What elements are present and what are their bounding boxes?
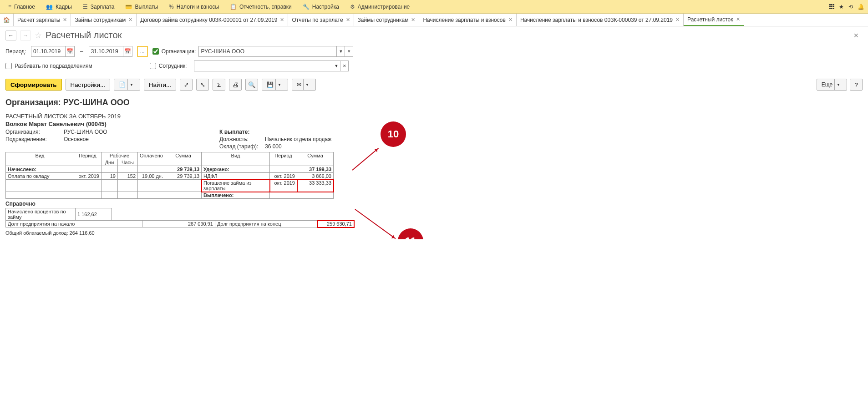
people-icon: 👥 [46, 4, 53, 10]
accrued-row-days: 19 [102, 173, 118, 180]
collapse-button[interactable]: ⤡ [196, 79, 209, 91]
debt-start-label: Долг предприятия на начало [6, 221, 142, 227]
menu-taxes[interactable]: %Налоги и взносы [164, 2, 223, 12]
menu-settings[interactable]: 🔧Настройка [298, 2, 344, 12]
split-label: Разбивать по подразделениям [15, 63, 92, 69]
filter-panel: Период: 01.10.2019 📅 – 31.10.2019 📅 ... … [0, 44, 868, 77]
tab-label: Займы сотрудникам [358, 17, 409, 23]
save-button[interactable]: 💾▼ [262, 79, 288, 91]
mail-icon: ✉ [297, 81, 301, 88]
sum-button[interactable]: Σ [213, 79, 225, 91]
find-button[interactable]: Найти... [144, 79, 176, 91]
col-period2: Период [270, 152, 297, 166]
favorite-star-icon[interactable]: ☆ [35, 30, 42, 40]
withheld-total: 37 199,33 [297, 166, 334, 173]
variant-button[interactable]: 📄▼ [114, 79, 140, 91]
settings-button[interactable]: Настройки... [66, 79, 110, 91]
tab-label: Отчеты по зарплате [292, 17, 343, 23]
tab-accrual[interactable]: Начисление зарплаты и взносов✕ [419, 14, 517, 26]
withheld-row-sum: 3 866,00 [297, 173, 334, 180]
nav-back-button[interactable]: ← [5, 30, 16, 40]
date-to-input[interactable]: 31.10.2019 [89, 46, 123, 57]
menu-hr[interactable]: 👥Кадры [41, 2, 76, 12]
tab-payslip[interactable]: Расчетный листок✕ [684, 14, 744, 26]
debt-end-label: Долг предприятия на конец [215, 221, 318, 227]
save-icon: 💾 [267, 81, 274, 88]
help-button[interactable]: ? [850, 79, 863, 91]
org-checkbox[interactable] [152, 48, 159, 55]
tab-accrual-doc[interactable]: Начисление зарплаты и взносов 00ЗК-00003… [517, 14, 684, 26]
close-icon[interactable]: ✕ [63, 17, 67, 23]
menu-payments[interactable]: 💳Выплаты [121, 2, 162, 12]
employee-clear-button[interactable]: ✕ [340, 61, 349, 71]
menu-icon: ≡ [8, 4, 11, 10]
close-icon[interactable]: ✕ [280, 17, 284, 23]
split-checkbox[interactable] [5, 63, 12, 69]
col-work: Рабочие [102, 152, 138, 159]
menu-label: Настройка [312, 4, 339, 10]
apps-icon[interactable] [829, 4, 834, 9]
close-icon[interactable]: ✕ [128, 17, 132, 23]
preview-button[interactable]: 🔍 [245, 79, 258, 91]
col-days: Дни [102, 159, 118, 166]
close-icon[interactable]: ✕ [508, 17, 513, 23]
tab-loan-contract[interactable]: Договор займа сотруднику 00ЗК-000001 от … [137, 14, 288, 26]
debt-start-value: 267 090,91 [142, 221, 215, 227]
star-icon[interactable]: ★ [839, 4, 844, 10]
nav-forward-button[interactable]: → [20, 30, 31, 40]
employee-name: Волков Марат Савельевич (00045) [5, 121, 863, 127]
menu-reports[interactable]: 📋Отчетность, справки [225, 2, 296, 12]
menu-label: Отчетность, справки [239, 4, 292, 10]
history-icon[interactable]: ⟲ [848, 4, 853, 10]
position-label: Должность: [219, 136, 261, 143]
close-icon[interactable]: ✕ [411, 17, 415, 23]
menu-main[interactable]: ≡Главное [4, 2, 40, 12]
employee-label: Сотрудник: [159, 63, 187, 69]
bell-icon[interactable]: 🔔 [858, 4, 864, 10]
calendar-from-button[interactable]: 📅 [66, 46, 75, 57]
print-button[interactable]: 🖨 [229, 79, 242, 91]
menu-label: Налоги и взносы [177, 4, 219, 10]
col-period: Период [74, 152, 102, 166]
sheet-title: РАСЧЕТНЫЙ ЛИСТОК ЗА ОКТЯБРЬ 2019 [5, 113, 863, 120]
mail-button[interactable]: ✉▼ [292, 79, 316, 91]
close-icon[interactable]: ✕ [346, 17, 350, 23]
reference-label: Справочно [5, 201, 863, 207]
date-from-input[interactable]: 01.10.2019 [31, 46, 66, 57]
calendar-to-button[interactable]: 📅 [123, 46, 132, 57]
dash: – [77, 48, 86, 55]
more-button[interactable]: Еще▼ [817, 79, 847, 91]
withheld-label: Удержано: [202, 166, 270, 173]
employee-checkbox[interactable] [150, 63, 156, 69]
loan-repay-name: Погашение займа из зарплаты [202, 180, 270, 192]
org-clear-button[interactable]: ✕ [345, 46, 353, 57]
generate-button[interactable]: Сформировать [5, 79, 62, 91]
close-page-button[interactable]: ✕ [853, 32, 859, 39]
expand-button[interactable]: ⤢ [180, 79, 193, 91]
report-org-title: Организация: РУС-ШИНА ООО [5, 98, 863, 107]
debt-end-value: 259 630,71 [318, 221, 354, 227]
tab-salary-reports[interactable]: Отчеты по зарплате✕ [288, 14, 354, 26]
home-tab[interactable]: 🏠 [0, 14, 14, 26]
income-value: 264 116,60 [70, 230, 95, 236]
tab-label: Займы сотрудникам [75, 17, 126, 23]
accrued-label: Начислено: [6, 166, 74, 173]
menu-salary[interactable]: ☰Зарплата [78, 2, 119, 12]
income-line: Общий облагаемый доход: 264 116,60 [5, 230, 863, 236]
menu-admin[interactable]: ⚙Администрирование [345, 2, 414, 12]
close-icon[interactable]: ✕ [675, 17, 680, 23]
org-combo[interactable]: РУС-ШИНА ООО [198, 46, 337, 57]
tab-loans-2[interactable]: Займы сотрудникам✕ [354, 14, 420, 26]
employee-combo[interactable] [194, 61, 332, 71]
period-select-button[interactable]: ... [137, 46, 148, 57]
tab-loans-1[interactable]: Займы сотрудникам✕ [71, 14, 137, 26]
col-hours: Часы [118, 159, 138, 166]
employee-dropdown-button[interactable]: ▼ [332, 61, 340, 71]
rate-value: 36 000 [265, 143, 282, 150]
tab-label: Начисление зарплаты и взносов 00ЗК-00003… [520, 17, 673, 23]
org-dropdown-button[interactable]: ▼ [337, 46, 345, 57]
chevron-down-icon: ▼ [275, 79, 283, 90]
close-icon[interactable]: ✕ [736, 16, 740, 22]
accrued-row-name: Оплата по окладу [6, 173, 74, 180]
tab-calc-salary[interactable]: Расчет зарплаты✕ [14, 14, 71, 26]
